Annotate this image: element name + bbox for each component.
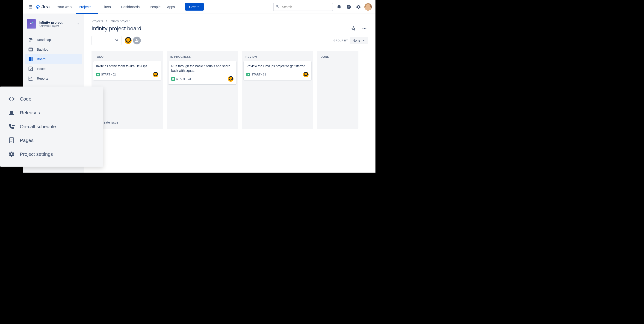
gear-icon (8, 151, 15, 158)
column-inprogress: IN PROGRESS Run through the basic tutori… (167, 51, 238, 129)
chevron-down-icon (76, 22, 80, 26)
nav-dashboards[interactable]: Dashboards (118, 3, 146, 10)
overlay-item-releases[interactable]: Releases (3, 106, 100, 120)
sidebar-nav: Roadmap Backlog Board Issues Reports (25, 35, 82, 83)
chevron-down-icon (140, 5, 143, 8)
nav-people[interactable]: People (147, 3, 164, 10)
card-title: Invite all of the team to Jira DevOps. (96, 64, 158, 69)
nav-filters[interactable]: Filters (99, 3, 117, 10)
nav-apps[interactable]: Apps (164, 3, 181, 10)
svg-point-18 (13, 125, 14, 126)
breadcrumb-root[interactable]: Projects (92, 19, 103, 23)
nav-projects[interactable]: Projects (76, 3, 98, 10)
column-done: DONE (317, 51, 358, 129)
svg-rect-8 (29, 50, 33, 51)
group-by-select[interactable]: None (350, 37, 368, 44)
roadmap-icon (28, 37, 33, 42)
project-selector[interactable]: Infinity project Software Project (25, 17, 82, 30)
phone-icon (8, 123, 15, 130)
sidebar-item-roadmap[interactable]: Roadmap (25, 35, 82, 45)
sidebar-item-issues[interactable]: Issues (25, 64, 82, 74)
help-icon[interactable]: ? (345, 3, 352, 10)
search-input[interactable] (273, 3, 333, 11)
column-header: REVIEW (244, 53, 312, 61)
overlay-item-code[interactable]: Code (3, 92, 100, 106)
card[interactable]: Run through the basic tutorials and shar… (168, 61, 236, 84)
issues-icon (28, 66, 33, 71)
jira-logo-icon (35, 4, 40, 10)
svg-rect-7 (29, 49, 33, 50)
overlay-item-pages[interactable]: Pages (3, 134, 100, 147)
board-search[interactable] (92, 36, 122, 45)
assignee-avatar[interactable] (228, 76, 234, 82)
board-icon (28, 57, 33, 62)
overlay-item-oncall[interactable]: On-call schedule (3, 120, 100, 134)
backlog-icon (28, 47, 33, 52)
assignee-avatar[interactable] (153, 72, 158, 77)
app-switcher-icon[interactable] (27, 3, 34, 10)
nav-items: Your work Projects Filters Dashboards Pe… (54, 3, 204, 10)
card-footer: START - 01 (246, 72, 309, 77)
svg-rect-12 (29, 67, 33, 71)
notifications-icon[interactable] (335, 3, 343, 10)
overlay-item-settings[interactable]: Project settings (3, 147, 100, 161)
card-footer: START - 02 (96, 72, 158, 77)
svg-rect-10 (30, 57, 31, 61)
create-button[interactable]: Create (185, 3, 204, 10)
svg-point-13 (362, 28, 364, 29)
chevron-down-icon (112, 5, 114, 8)
svg-rect-11 (32, 57, 33, 61)
sidebar-overlay-panel: Code Releases On-call schedule Pages Pro… (0, 87, 103, 166)
column-header: DONE (319, 53, 356, 61)
svg-rect-5 (29, 41, 31, 42)
breadcrumb: Projects / Infinity project (92, 19, 368, 23)
card-title: Review the DevOps project to get started… (246, 64, 309, 69)
nav-your-work[interactable]: Your work (54, 3, 75, 10)
releases-icon (8, 110, 15, 116)
more-icon[interactable] (361, 25, 368, 32)
assignee-filter-avatar[interactable] (124, 37, 132, 44)
chevron-down-icon (92, 5, 95, 8)
card-key: START - 03 (176, 77, 191, 81)
search-icon (276, 4, 279, 9)
column-header: IN PROGRESS (168, 53, 236, 61)
svg-point-17 (12, 125, 13, 126)
add-people-button[interactable] (133, 37, 141, 44)
toolbar-right: GROUP BY None (334, 37, 368, 44)
story-icon (96, 73, 100, 76)
card[interactable]: Invite all of the team to Jira DevOps. S… (93, 61, 161, 80)
global-search[interactable] (273, 3, 333, 11)
card-title: Run through the basic tutorials and shar… (171, 64, 234, 73)
sidebar-item-reports[interactable]: Reports (25, 74, 82, 83)
sidebar-item-board[interactable]: Board (25, 54, 82, 64)
project-info: Infinity project Software Project (39, 20, 74, 28)
create-issue-button[interactable]: Create issue (93, 119, 161, 126)
project-type: Software Project (39, 24, 74, 28)
board: TODO Invite all of the team to Jira DevO… (92, 51, 368, 129)
card-footer: START - 03 (171, 76, 234, 82)
jira-logo[interactable]: Jira (35, 4, 50, 10)
svg-point-15 (366, 28, 366, 29)
reports-icon (28, 76, 33, 81)
card[interactable]: Review the DevOps project to get started… (244, 61, 312, 80)
card-key: START - 01 (252, 73, 266, 76)
svg-point-14 (364, 28, 365, 29)
chevron-down-icon (362, 39, 365, 42)
sidebar-item-backlog[interactable]: Backlog (25, 45, 82, 54)
svg-text:?: ? (348, 5, 350, 8)
column-review: REVIEW Review the DevOps project to get … (242, 51, 313, 129)
svg-rect-9 (29, 57, 30, 61)
user-avatar[interactable] (364, 3, 372, 10)
star-icon[interactable] (350, 25, 357, 32)
page-actions (350, 25, 368, 32)
project-icon (27, 19, 36, 28)
svg-point-2 (32, 22, 33, 23)
breadcrumb-current[interactable]: Infinity project (110, 19, 129, 23)
page-title: Infinity project board (92, 25, 141, 32)
svg-point-16 (136, 39, 137, 40)
svg-rect-3 (29, 38, 32, 39)
assignee-avatar[interactable] (303, 72, 309, 77)
settings-icon[interactable] (355, 3, 362, 10)
svg-rect-4 (30, 39, 32, 40)
top-navigation: Jira Your work Projects Filters Dashboar… (23, 0, 376, 14)
